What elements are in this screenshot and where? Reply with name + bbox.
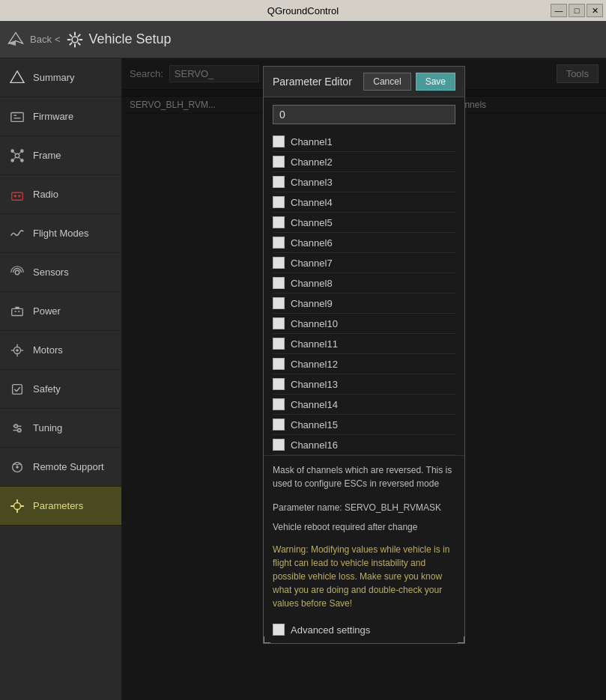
sidebar-label-frame: Frame [33,150,61,161]
channel-item: Channel14 [273,395,455,415]
channel-item: Channel13 [273,374,455,395]
channel-label-1: Channel1 [291,136,333,147]
back-arrow: < [55,34,61,45]
sidebar-label-remote-support: Remote Support [33,461,104,472]
param-name-text: Parameter name: SERVO_BLH_RVMASK [273,502,441,513]
channel-label-12: Channel12 [291,359,338,370]
channel-checkbox-13[interactable] [273,378,285,390]
sidebar: Summary Firmware [0,58,122,700]
param-value-input[interactable] [273,105,455,124]
param-editor-header: Parameter Editor Cancel Save [264,67,464,97]
channel-checkbox-7[interactable] [273,257,285,269]
channel-label-16: Channel16 [291,439,338,451]
svg-rect-21 [12,308,23,315]
channel-label-11: Channel11 [291,338,338,350]
channel-checkbox-9[interactable] [273,297,285,309]
channel-label-10: Channel10 [291,318,338,329]
channel-item: Channel10 [273,314,455,334]
sidebar-item-sensors[interactable]: Sensors [0,253,121,292]
param-reboot-line: Vehicle reboot required after change [264,517,464,537]
channel-label-13: Channel13 [291,379,338,390]
svg-line-13 [19,152,21,154]
channel-item: Channel11 [273,334,455,354]
remote-support-icon [9,459,25,475]
app-logo [7,31,24,48]
back-button[interactable]: Back < [30,34,61,45]
advanced-settings-checkbox[interactable] [273,624,285,636]
channel-checkbox-2[interactable] [273,156,285,168]
close-button[interactable]: ✕ [587,4,603,17]
title-bar: QGroundControl — □ ✕ [0,0,606,21]
sidebar-item-tuning[interactable]: Tuning [0,409,121,448]
channel-checkbox-14[interactable] [273,398,285,410]
channel-checkbox-5[interactable] [273,216,285,228]
sidebar-label-tuning: Tuning [33,422,62,433]
channel-checkbox-4[interactable] [273,196,285,208]
svg-marker-3 [10,70,24,82]
channel-label-3: Channel3 [291,177,333,188]
channel-item: Channel1 [273,132,455,152]
safety-icon [9,381,25,398]
motors-icon [9,342,25,359]
window-controls: — □ ✕ [551,4,603,17]
page-title: Vehicle Setup [89,31,172,47]
param-editor-title: Parameter Editor [273,76,352,88]
svg-line-15 [19,156,21,159]
sidebar-item-firmware[interactable]: Firmware [0,97,121,136]
channel-item: Channel4 [273,192,455,213]
channel-label-14: Channel14 [291,399,338,410]
modal-overlay: Parameter Editor Cancel Save Channel1Cha… [122,58,606,700]
sidebar-item-parameters[interactable]: Parameters [0,487,121,526]
svg-line-14 [13,156,16,159]
save-button[interactable]: Save [416,73,455,91]
channel-checkbox-3[interactable] [273,176,285,188]
sidebar-item-flight-modes[interactable]: Flight Modes [0,214,121,253]
channel-item: Channel15 [273,415,455,435]
svg-point-36 [14,424,18,428]
param-warning-text: Warning: Modifying values while vehicle … [273,544,449,609]
channel-checkbox-1[interactable] [273,136,285,147]
tuning-icon [9,420,25,436]
param-reboot-text: Vehicle reboot required after change [273,522,417,532]
channel-checkbox-8[interactable] [273,277,285,289]
sidebar-item-safety[interactable]: Safety [0,370,121,409]
channels-list: Channel1Channel2Channel3Channel4Channel5… [264,132,464,455]
sidebar-item-frame[interactable]: Frame [0,136,121,175]
sidebar-item-summary[interactable]: Summary [0,58,121,97]
channel-checkbox-11[interactable] [273,338,285,350]
sidebar-item-power[interactable]: Power [0,292,121,331]
flight-modes-icon [9,225,25,242]
channel-item: Channel5 [273,213,455,233]
param-description: Mask of channels which are reversed. Thi… [264,455,464,498]
channel-item: Channel12 [273,354,455,374]
radio-icon [9,186,25,203]
power-icon [9,303,25,320]
sidebar-label-parameters: Parameters [33,500,83,511]
content-area: Search: Tools SERVO_BLH_RVM... bitmask o… [122,58,606,700]
svg-line-12 [13,152,16,154]
maximize-button[interactable]: □ [569,4,585,17]
cancel-button[interactable]: Cancel [363,73,410,91]
channel-item: Channel2 [273,152,455,172]
param-warning: Warning: Modifying values while vehicle … [264,537,464,616]
channel-checkbox-16[interactable] [273,439,285,451]
minimize-button[interactable]: — [551,4,567,17]
channel-checkbox-15[interactable] [273,419,285,430]
param-editor-buttons: Cancel Save [363,73,455,91]
sidebar-item-radio[interactable]: Radio [0,175,121,214]
firmware-icon [9,109,25,125]
sidebar-item-motors[interactable]: Motors [0,331,121,370]
channel-checkbox-6[interactable] [273,237,285,249]
window-title: QGroundControl [267,5,339,16]
svg-rect-16 [12,192,23,200]
channel-item: Channel7 [273,253,455,273]
channel-checkbox-10[interactable] [273,317,285,329]
channel-checkbox-12[interactable] [273,358,285,370]
main-layout: Summary Firmware [0,58,606,700]
svg-point-7 [10,149,14,153]
summary-icon [9,70,25,86]
sidebar-item-remote-support[interactable]: Remote Support [0,448,121,487]
svg-point-9 [10,159,14,162]
sidebar-label-summary: Summary [33,72,75,83]
channel-label-2: Channel2 [291,156,333,168]
